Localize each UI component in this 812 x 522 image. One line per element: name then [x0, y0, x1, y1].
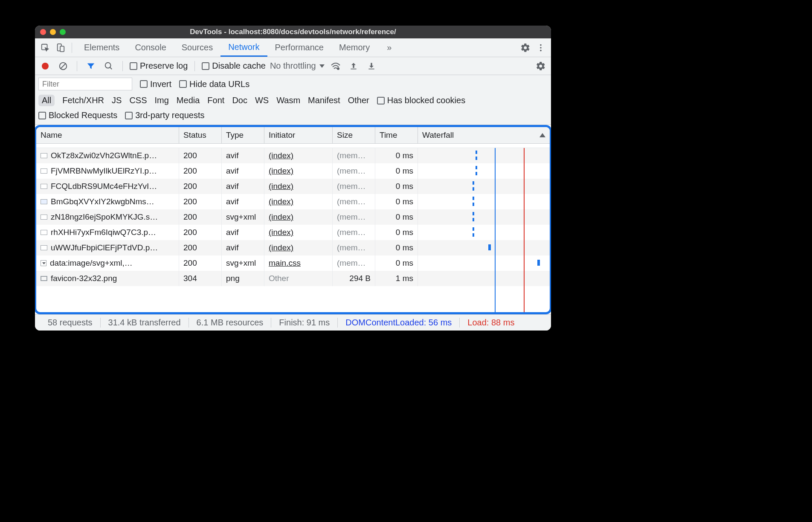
status-cell: 200 — [179, 240, 222, 255]
inspect-icon[interactable] — [38, 41, 52, 55]
initiator-cell[interactable]: (index) — [264, 209, 333, 225]
column-time[interactable]: Time — [375, 127, 418, 143]
type-cell: avif — [222, 225, 264, 240]
table-row[interactable]: rhXHHi7yxFm6IqiwQ7C3.p…200avif(index)(me… — [36, 225, 550, 240]
table-row[interactable]: FCQLdbRS9UMc4eFHzYvI…200avif(index)(mem…… — [36, 179, 550, 194]
settings-icon[interactable] — [519, 41, 532, 55]
titlebar: DevTools - localhost:8080/docs/devtools/… — [35, 26, 551, 38]
initiator-cell[interactable]: (index) — [264, 179, 333, 194]
more-tabs-button[interactable]: » — [379, 38, 399, 57]
record-button[interactable] — [38, 59, 52, 73]
network-conditions-icon[interactable] — [329, 59, 342, 73]
tab-performance[interactable]: Performance — [267, 38, 332, 57]
search-icon[interactable] — [102, 59, 116, 73]
disable-cache-checkbox[interactable]: Disable cache — [202, 61, 266, 71]
preserve-log-checkbox[interactable]: Preserve log — [130, 61, 188, 71]
status-requests: 58 requests — [40, 318, 101, 328]
table-row[interactable]: OkTz8xZwi0zVh2GWltnE.p…200avif(index)(me… — [36, 148, 550, 163]
tab-memory[interactable]: Memory — [331, 38, 377, 57]
column-initiator[interactable]: Initiator — [264, 127, 333, 143]
initiator-cell[interactable]: (index) — [264, 240, 333, 255]
initiator-cell[interactable]: (index) — [264, 225, 333, 240]
clear-button[interactable] — [56, 59, 70, 73]
initiator-cell[interactable]: (index) — [264, 194, 333, 209]
waterfall-cell — [418, 225, 550, 240]
status-load: Load: 88 ms — [460, 318, 522, 328]
request-name: zN18ngzI6ejSpoKMYKJG.s… — [51, 212, 158, 222]
filter-chip-img[interactable]: Img — [155, 96, 169, 105]
time-cell: 0 ms — [375, 148, 418, 163]
size-cell: (mem… — [333, 148, 375, 163]
table-row[interactable]: zN18ngzI6ejSpoKMYKJG.s…200svg+xml(index)… — [36, 209, 550, 225]
filter-bar: Invert Hide data URLs AllFetch/XHRJSCSSI… — [35, 75, 551, 125]
type-cell: svg+xml — [222, 255, 264, 271]
table-row[interactable]: data:image/svg+xml,…200svg+xmlmain.css(m… — [36, 255, 550, 271]
filter-chip-all[interactable]: All — [38, 95, 55, 106]
column-waterfall[interactable]: Waterfall — [418, 127, 550, 143]
preserve-log-label: Preserve log — [140, 61, 188, 71]
minimize-window-button[interactable] — [50, 29, 56, 35]
chevron-down-icon — [319, 64, 325, 68]
svg-point-5 — [540, 49, 542, 51]
disable-cache-label: Disable cache — [212, 61, 266, 71]
column-name[interactable]: Name — [36, 127, 179, 143]
filter-toggle-icon[interactable] — [84, 59, 98, 73]
maximize-window-button[interactable] — [60, 29, 66, 35]
more-menu-icon[interactable] — [534, 41, 548, 55]
tab-elements[interactable]: Elements — [76, 38, 127, 57]
status-cell: 304 — [179, 271, 222, 286]
hide-data-urls-label: Hide data URLs — [189, 79, 249, 89]
img-file-icon — [41, 153, 47, 158]
type-cell: avif — [222, 194, 264, 209]
column-status[interactable]: Status — [179, 127, 222, 143]
initiator-cell[interactable]: (index) — [264, 148, 333, 163]
initiator-cell[interactable]: main.css — [264, 255, 333, 271]
filter-chip-media[interactable]: Media — [177, 96, 200, 105]
tab-sources[interactable]: Sources — [174, 38, 220, 57]
waterfall-cell — [418, 240, 550, 255]
filter-chip-ws[interactable]: WS — [255, 96, 269, 105]
device-toolbar-icon[interactable] — [54, 41, 67, 55]
table-row[interactable]: FjVMRBNwMyIlkUElRzYI.p…200avif(index)(me… — [36, 163, 550, 179]
table-row[interactable]: BmGbqXVYxIY2kwgbNms…200avif(index)(mem…0… — [36, 194, 550, 209]
separator — [122, 61, 123, 71]
filter-chip-wasm[interactable]: Wasm — [276, 96, 300, 105]
column-size[interactable]: Size — [333, 127, 375, 143]
throttling-label: No throttling — [270, 61, 316, 71]
table-body: OkTz8xZwi0zVh2GWltnE.p…200avif(index)(me… — [36, 148, 550, 312]
svg-point-3 — [540, 44, 542, 46]
filter-chip-manifest[interactable]: Manifest — [308, 96, 340, 105]
tab-console[interactable]: Console — [127, 38, 174, 57]
blocked-requests-checkbox[interactable]: Blocked Requests — [38, 110, 117, 120]
hide-data-urls-checkbox[interactable]: Hide data URLs — [179, 79, 249, 89]
network-settings-icon[interactable] — [534, 59, 548, 73]
download-har-icon[interactable] — [365, 59, 378, 73]
request-name: OkTz8xZwi0zVh2GWltnE.p… — [51, 151, 157, 160]
waterfall-segment — [537, 260, 540, 266]
invert-checkbox[interactable]: Invert — [140, 79, 171, 89]
initiator-cell[interactable]: (index) — [264, 163, 333, 179]
has-blocked-cookies-checkbox[interactable]: Has blocked cookies — [377, 96, 465, 105]
svg-point-8 — [105, 62, 111, 68]
upload-har-icon[interactable] — [347, 59, 360, 73]
filter-chip-other[interactable]: Other — [348, 96, 369, 105]
filter-chip-js[interactable]: JS — [112, 96, 122, 105]
table-row[interactable]: favicon-32x32.png304pngOther294 B1 ms — [36, 271, 550, 286]
tab-network[interactable]: Network — [220, 38, 267, 57]
data-file-icon — [41, 260, 46, 266]
close-window-button[interactable] — [40, 29, 46, 35]
svg-line-7 — [61, 63, 66, 69]
third-party-checkbox[interactable]: 3rd-party requests — [125, 110, 204, 120]
status-dcl: DOMContentLoaded: 56 ms — [338, 318, 460, 328]
throttling-select[interactable]: No throttling — [270, 61, 325, 71]
filter-input[interactable] — [38, 78, 132, 90]
filter-chip-css[interactable]: CSS — [129, 96, 147, 105]
type-cell: svg+xml — [222, 209, 264, 225]
column-type[interactable]: Type — [222, 127, 264, 143]
filter-chip-fetchxhr[interactable]: Fetch/XHR — [62, 96, 104, 105]
filter-chip-doc[interactable]: Doc — [232, 96, 247, 105]
table-row[interactable]: uWWJfuFbpiClEFjPTdVD.p…200avif(index)(me… — [36, 240, 550, 255]
img-file-icon — [41, 245, 47, 250]
filter-chip-font[interactable]: Font — [207, 96, 224, 105]
blocked-requests-label: Blocked Requests — [49, 110, 117, 120]
